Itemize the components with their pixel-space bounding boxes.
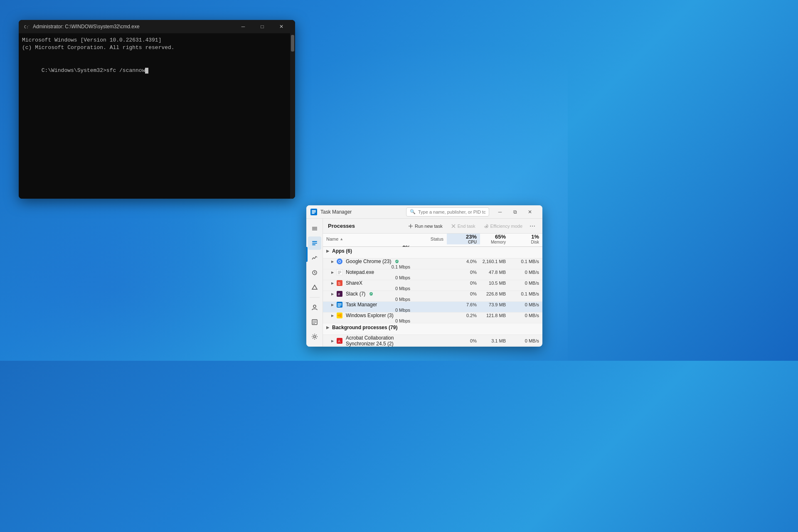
svg-rect-8 <box>312 229 317 230</box>
col-memory[interactable]: 65% Memory <box>480 234 509 244</box>
cmd-body: Microsoft Windows [Version 10.0.22631.43… <box>19 33 295 199</box>
cmd-window: C:\ Administrator: C:\WINDOWS\system32\c… <box>19 20 295 199</box>
tm-toolbar: Processes Run new task End task Efficien… <box>323 219 542 234</box>
tm-sidebar-startup[interactable] <box>308 281 321 294</box>
cmd-controls: ─ □ ✕ <box>234 20 291 33</box>
svg-point-14 <box>313 305 316 308</box>
cmd-close-button[interactable]: ✕ <box>272 20 291 33</box>
table-row[interactable]: ▶ Google Chrome (23) 4.0% 2,160.1 MB 0.1… <box>323 259 542 269</box>
svg-rect-29 <box>338 272 341 273</box>
svg-text:A: A <box>338 339 340 343</box>
tm-sidebar-settings[interactable] <box>308 330 321 343</box>
svg-rect-9 <box>312 241 317 242</box>
search-icon: 🔍 <box>410 209 416 214</box>
tm-search-bar[interactable]: 🔍 <box>406 207 489 217</box>
search-input[interactable] <box>418 209 485 214</box>
tm-table-body: ▶ Apps (6) ▶ Google Chrome (23) 4.0% 2,1… <box>323 247 542 347</box>
svg-rect-37 <box>337 305 342 305</box>
col-name[interactable]: Name ▲ <box>323 234 414 244</box>
tm-column-headers: Name ▲ Status 23% CPU 65% Memory <box>323 234 542 247</box>
run-new-task-button[interactable]: Run new task <box>405 222 446 230</box>
svg-rect-36 <box>337 303 342 304</box>
cmd-scrollbar-thumb <box>291 35 294 52</box>
cmd-line-2: (c) Microsoft Corporation. All rights re… <box>22 44 292 52</box>
svg-point-19 <box>313 336 315 338</box>
sidebar-divider <box>310 297 320 298</box>
tm-titlebar: Task Manager 🔍 ─ ⧉ ✕ <box>306 205 542 219</box>
col-disk[interactable]: 1% Disk <box>509 234 542 244</box>
table-row[interactable]: ▶ A Acrobat Collaboration Synchronizer 2… <box>323 335 542 346</box>
svg-rect-38 <box>337 306 340 307</box>
svg-rect-16 <box>313 321 316 321</box>
svg-rect-6 <box>312 227 317 228</box>
table-row[interactable]: ▶ Task Manager 7.6% 73.9 MB 0 MB/s 0 Mbp… <box>323 302 542 313</box>
processes-title: Processes <box>328 223 403 229</box>
table-row[interactable]: ▶ S ShareX 0% 10.5 MB 0 MB/s 0 Mbps <box>323 280 542 291</box>
cmd-titlebar: C:\ Administrator: C:\WINDOWS\system32\c… <box>19 20 295 33</box>
tm-body: Processes Run new task End task Efficien… <box>306 219 542 347</box>
cmd-line-4: C:\Windows\System32>sfc /scannow <box>22 59 292 82</box>
svg-rect-7 <box>312 228 317 229</box>
section-header[interactable]: ▶ Apps (6) <box>323 247 542 259</box>
tm-sidebar-menu-button[interactable] <box>308 222 321 235</box>
tm-minimize-button[interactable]: ─ <box>493 205 507 219</box>
cmd-icon: C:\ <box>23 23 30 30</box>
cmd-title: Administrator: C:\WINDOWS\system32\cmd.e… <box>33 24 234 30</box>
tm-close-button[interactable]: ✕ <box>522 205 537 219</box>
more-options-button[interactable]: ⋯ <box>527 221 537 231</box>
cmd-maximize-button[interactable]: □ <box>253 20 272 33</box>
svg-rect-11 <box>312 244 315 245</box>
svg-rect-5 <box>312 213 315 214</box>
tm-app-icon <box>310 209 317 215</box>
tm-title: Task Manager <box>320 209 406 215</box>
cmd-cursor <box>145 68 148 74</box>
cmd-minimize-button[interactable]: ─ <box>234 20 253 33</box>
svg-rect-41 <box>340 314 342 317</box>
tm-sidebar-details[interactable] <box>308 315 321 328</box>
svg-text:S: S <box>338 281 340 286</box>
svg-rect-4 <box>312 212 316 212</box>
svg-rect-10 <box>312 243 317 244</box>
task-manager-window: Task Manager 🔍 ─ ⧉ ✕ <box>306 205 542 347</box>
col-cpu[interactable]: 23% CPU <box>447 234 480 244</box>
svg-rect-21 <box>411 224 411 228</box>
cmd-line-3 <box>22 52 292 59</box>
tm-maximize-button[interactable]: ⧉ <box>507 205 522 219</box>
svg-rect-30 <box>338 273 340 274</box>
svg-rect-40 <box>337 315 340 316</box>
table-row[interactable]: ▶ Notepad.exe 0% 47.8 MB 0 MB/s 0 Mbps <box>323 269 542 280</box>
section-header[interactable]: ▶ Background processes (79) <box>323 323 542 335</box>
svg-text:#: # <box>338 292 340 296</box>
tm-sidebar-history[interactable] <box>308 266 321 279</box>
tm-sidebar-processes[interactable] <box>308 236 321 249</box>
svg-rect-17 <box>313 322 316 323</box>
tm-sidebar-performance[interactable] <box>308 251 321 264</box>
svg-text:C:\: C:\ <box>24 25 29 29</box>
table-row[interactable]: ▶ A Acrobat Update Service (32 bit) 0% 0… <box>323 346 542 347</box>
tm-sidebar <box>306 219 323 347</box>
svg-rect-3 <box>312 210 316 211</box>
table-row[interactable]: ▶ Windows Explorer (3) 0.2% 121.8 MB 0 M… <box>323 313 542 323</box>
end-task-button[interactable]: End task <box>448 222 479 230</box>
svg-rect-18 <box>313 323 315 324</box>
col-status[interactable]: Status <box>414 234 447 244</box>
svg-marker-13 <box>312 285 317 289</box>
svg-point-26 <box>339 261 340 262</box>
table-row[interactable]: ▶ # Slack (7) 0% 226.8 MB 0.1 MB/s 0 Mbp… <box>323 291 542 302</box>
cmd-line-1: Microsoft Windows [Version 10.0.22631.43… <box>22 37 292 44</box>
svg-rect-28 <box>338 271 341 271</box>
efficiency-mode-button[interactable]: Efficiency mode <box>480 222 526 230</box>
tm-sidebar-users[interactable] <box>308 301 321 314</box>
cmd-scrollbar[interactable] <box>290 33 295 199</box>
tm-main: Processes Run new task End task Efficien… <box>323 219 542 347</box>
active-indicator <box>306 247 308 262</box>
